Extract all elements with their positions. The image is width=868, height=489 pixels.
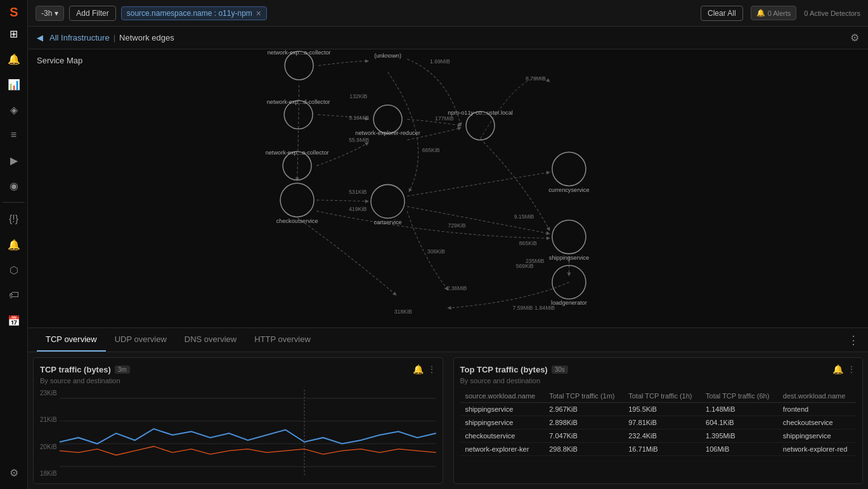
settings-icon[interactable]: ⚙ (850, 32, 859, 43)
sidebar-item-synthetics[interactable]: ▶ (3, 149, 25, 172)
svg-text:(unknown): (unknown) (374, 53, 401, 59)
time-value: -3h (41, 9, 52, 18)
chevron-down-icon: ▾ (55, 9, 58, 18)
col-header-source[interactable]: source.workload.name (460, 390, 545, 403)
svg-text:7.59MiB: 7.59MiB (513, 305, 533, 311)
breadcrumb-bar: ◀ All Infrastructure | Network edges ⚙ (28, 27, 868, 49)
top-tcp-traffic-chart-panel: Top TCP traffic (bytes) 30s 🔔 ⋮ By sourc… (453, 357, 864, 484)
tabs-bar: TCP overview UDP overview DNS overview H… (28, 328, 868, 352)
alerts-icon: 🔔 (756, 9, 765, 17)
sidebar-item-tags[interactable]: 🏷 (3, 284, 25, 307)
chart-badge-left: 3m (115, 365, 130, 374)
bell-icon-right[interactable]: 🔔 (832, 364, 843, 374)
chart-body-left: 23KiB 21KiB 20KiB 18KiB (40, 390, 436, 477)
chart-icons-right[interactable]: 🔔 ⋮ (832, 364, 856, 374)
cell-dest-2: shippingservice (778, 429, 856, 443)
col-header-1h[interactable]: Total TCP traffic (1h) (623, 390, 701, 403)
sidebar-item-infra[interactable]: 📊 (3, 73, 25, 96)
svg-text:shippingservice: shippingservice (549, 255, 589, 261)
service-map-section: Service Map .edge { stroke: #555; stroke… (28, 49, 868, 328)
bottom-panels: TCP overview UDP overview DNS overview H… (28, 328, 868, 489)
charts-area: TCP traffic (bytes) 3m 🔔 ⋮ By source and… (28, 352, 868, 489)
svg-text:cartservice: cartservice (373, 219, 401, 225)
chart-badge-right: 30s (552, 365, 568, 374)
table-row: network-explorer-ker 298.8KiB 16.71MiB 1… (460, 443, 857, 456)
svg-text:318KiB: 318KiB (394, 308, 412, 315)
tab-http-overview[interactable]: HTTP overview (245, 328, 320, 352)
tcp-chart-svg (60, 390, 436, 477)
sidebar-item-rum[interactable]: ◉ (3, 174, 25, 197)
svg-text:8.79MiB: 8.79MiB (526, 75, 546, 82)
tab-more-menu[interactable]: ⋮ (848, 333, 859, 347)
filter-tag-close[interactable]: × (256, 9, 261, 18)
col-header-6h[interactable]: Total TCP traffic (6h) (701, 390, 778, 403)
filter-tag-value: source.namespace.name : o11y-npm (127, 9, 252, 18)
top-tcp-table: source.workload.name Total TCP traffic (… (460, 390, 857, 456)
time-selector[interactable]: -3h ▾ (36, 6, 64, 21)
svg-text:network-exp...d-collector: network-exp...d-collector (267, 99, 330, 105)
chart-header-right: Top TCP traffic (bytes) 30s 🔔 ⋮ (460, 364, 857, 374)
active-detectors: 0 Active Detectors (804, 10, 860, 17)
svg-text:network-exp...a-collector: network-exp...a-collector (266, 149, 329, 156)
sidebar-item-code[interactable]: {!} (3, 208, 25, 231)
svg-point-30 (552, 152, 586, 186)
add-filter-button[interactable]: Add Filter (69, 6, 115, 21)
service-map-svg[interactable]: .edge { stroke: #555; stroke-width: 1; s… (28, 49, 868, 327)
svg-text:9.15MiB: 9.15MiB (514, 213, 534, 220)
cell-1h-3: 16.71MiB (623, 443, 701, 456)
sidebar-item-home[interactable]: ⊞ (3, 22, 25, 45)
cell-dest-1: checkoutservice (778, 416, 856, 429)
chart-icons-left[interactable]: 🔔 ⋮ (413, 364, 436, 374)
sidebar-item-settings[interactable]: ⚙ (3, 461, 25, 484)
col-header-dest[interactable]: dest.workload.name (778, 390, 856, 403)
sidebar-item-integrations[interactable]: ⬡ (3, 258, 25, 281)
cell-6h-0: 1.148MiB (701, 403, 778, 416)
clear-all-button[interactable]: Clear All (701, 6, 743, 21)
cell-source-0: shippingservice (460, 403, 545, 416)
svg-point-36 (552, 220, 586, 254)
filter-tag: source.namespace.name : o11y-npm × (121, 6, 267, 20)
tab-tcp-overview[interactable]: TCP overview (37, 328, 106, 352)
sidebar-item-schedule[interactable]: 📅 (3, 309, 25, 332)
sidebar-item-alerts[interactable]: 🔔 (3, 48, 25, 70)
tab-udp-overview[interactable]: UDP overview (106, 328, 176, 352)
y-label-4: 18KiB (40, 470, 57, 477)
alerts-badge: 🔔 0 Alerts (751, 6, 797, 20)
svg-text:5.16MiB: 5.16MiB (349, 115, 369, 121)
more-icon-right[interactable]: ⋮ (847, 364, 856, 374)
cell-1h-1: 97.81KiB (623, 416, 701, 429)
breadcrumb-all-infrastructure[interactable]: All Infrastructure (49, 33, 110, 42)
svg-text:network-explorer-reducer: network-explorer-reducer (355, 130, 420, 136)
tab-dns-overview[interactable]: DNS overview (176, 328, 245, 352)
breadcrumb-current-page: Network edges (119, 33, 174, 42)
sidebar-item-notifications[interactable]: 🔔 (3, 233, 25, 256)
y-label-3: 20KiB (40, 443, 57, 450)
svg-text:729KiB: 729KiB (448, 222, 466, 229)
chart-subtitle-right: By source and destination (460, 377, 857, 384)
bell-icon[interactable]: 🔔 (413, 364, 424, 374)
svg-point-32 (280, 183, 314, 217)
cell-6h-2: 1.395MiB (701, 429, 778, 443)
cell-1h-0: 195.5KiB (623, 403, 701, 416)
svg-text:checkoutservice: checkoutservice (276, 218, 318, 224)
svg-text:currencyservice: currencyservice (548, 187, 589, 193)
svg-text:loadgenerator: loadgenerator (551, 300, 587, 306)
table-row: shippingservice 2.967KiB 195.5KiB 1.148M… (460, 403, 857, 416)
top-bar: -3h ▾ Add Filter source.namespace.name :… (28, 0, 868, 27)
sidebar-item-apm[interactable]: ◈ (3, 98, 25, 121)
svg-text:865KiB: 865KiB (519, 240, 537, 246)
breadcrumb-separator: | (113, 33, 115, 42)
more-icon[interactable]: ⋮ (427, 364, 436, 374)
alerts-count: 0 Alerts (768, 10, 791, 17)
chart-title-right: Top TCP traffic (bytes) (460, 365, 548, 374)
breadcrumb-back-arrow[interactable]: ◀ (37, 33, 43, 42)
svg-text:177MiB: 177MiB (435, 115, 454, 122)
y-label-2: 21KiB (40, 416, 57, 423)
cell-6h-1: 604.1KiB (701, 416, 778, 429)
col-header-1m[interactable]: Total TCP traffic (1m) (544, 390, 623, 403)
svg-point-34 (371, 184, 405, 218)
svg-text:55.9MiB: 55.9MiB (349, 137, 369, 143)
svg-text:npm-o11y-co...uster.local: npm-o11y-co...uster.local (448, 110, 512, 116)
sidebar-item-logs[interactable]: ≡ (3, 124, 25, 146)
cell-1m-2: 7.047KiB (544, 429, 623, 443)
